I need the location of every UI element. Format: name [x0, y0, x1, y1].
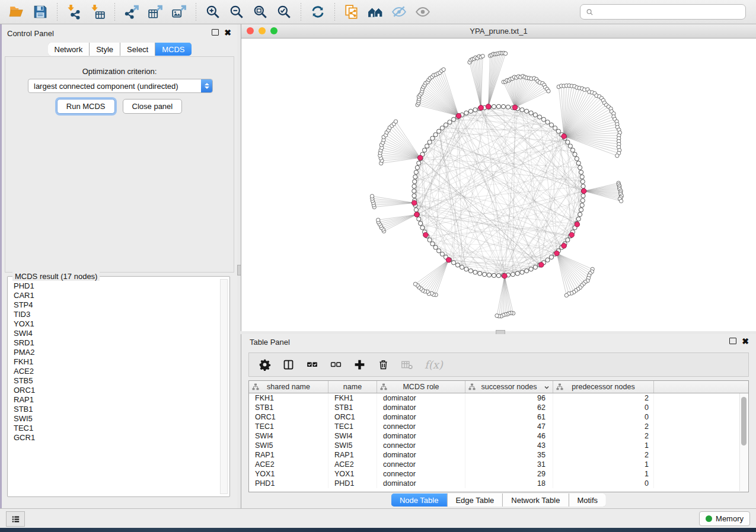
table-cell[interactable]: 1 [553, 441, 654, 450]
mcds-list-scrollbar[interactable] [220, 279, 228, 494]
table-cell[interactable]: 46 [465, 431, 553, 441]
table-cell[interactable]: PHD1 [328, 479, 377, 488]
delete-button[interactable] [377, 358, 390, 371]
open-session-button[interactable] [7, 2, 27, 21]
table-cell[interactable]: SWI5 [249, 441, 328, 450]
zoom-in-button[interactable] [203, 2, 223, 21]
sort-chevron-icon[interactable] [544, 384, 550, 390]
import-network-button[interactable] [64, 2, 84, 21]
table-cell[interactable]: 0 [553, 479, 654, 488]
table-cell[interactable]: SWI4 [249, 431, 328, 441]
tab-network-table[interactable]: Network Table [503, 493, 569, 507]
mcds-result-item[interactable]: GCR1 [14, 433, 220, 443]
refresh-layout-button[interactable] [308, 2, 328, 21]
table-cell[interactable]: dominator [377, 403, 465, 412]
export-table-button[interactable] [145, 2, 165, 21]
table-cell[interactable]: dominator [377, 393, 465, 403]
mcds-result-item[interactable]: CAR1 [14, 291, 220, 300]
column-header-successor-nodes[interactable]: successor nodes [465, 381, 553, 393]
mcds-result-item[interactable]: ORC1 [14, 386, 220, 395]
table-cell[interactable]: ORC1 [328, 412, 377, 422]
import-table-button[interactable] [88, 2, 108, 21]
table-cell[interactable]: connector [377, 441, 465, 450]
table-row[interactable]: ACE2ACE2connector311 [249, 460, 748, 469]
tab-motifs[interactable]: Motifs [569, 493, 606, 507]
mcds-result-item[interactable]: FKH1 [14, 357, 220, 367]
mcds-result-item[interactable]: TEC1 [14, 424, 220, 433]
task-history-button[interactable] [6, 511, 25, 527]
table-cell[interactable]: ORC1 [249, 412, 328, 422]
table-cell[interactable]: dominator [377, 412, 465, 422]
table-cell[interactable]: 35 [465, 450, 553, 460]
criterion-dropdown[interactable]: largest connected component (undirected) [28, 79, 213, 93]
mcds-result-item[interactable]: STB1 [14, 405, 220, 414]
mcds-result-item[interactable]: SRD1 [14, 338, 220, 348]
minimize-window-icon[interactable] [259, 27, 266, 34]
tab-edge-table[interactable]: Edge Table [447, 493, 503, 507]
tab-network[interactable]: Network [47, 43, 90, 56]
table-cell[interactable]: dominator [377, 431, 465, 441]
run-mcds-button[interactable]: Run MCDS [57, 99, 115, 114]
table-cell[interactable]: YOX1 [328, 469, 377, 479]
mcds-result-item[interactable]: STB5 [14, 376, 220, 386]
table-cell[interactable]: 31 [465, 460, 553, 469]
search-input[interactable] [594, 6, 745, 18]
table-cell[interactable]: 0 [553, 403, 654, 412]
table-cell[interactable]: RAP1 [328, 450, 377, 460]
zoom-out-button[interactable] [227, 2, 247, 21]
tab-node-table[interactable]: Node Table [391, 493, 448, 507]
table-row[interactable]: YOX1YOX1connector291 [249, 469, 748, 479]
close-table-panel-icon[interactable]: ✖ [742, 338, 749, 344]
table-cell[interactable]: TEC1 [249, 422, 328, 431]
mcds-result-item[interactable]: SWI5 [14, 414, 220, 424]
mcds-result-item[interactable]: PHD1 [14, 281, 220, 291]
table-cell[interactable]: SWI5 [328, 441, 377, 450]
tab-select[interactable]: Select [120, 43, 155, 56]
select-all-rows-button[interactable] [306, 358, 318, 371]
table-cell[interactable]: 47 [465, 422, 553, 431]
table-cell[interactable]: PHD1 [249, 479, 328, 488]
mcds-result-item[interactable]: STP4 [14, 300, 220, 310]
table-row[interactable]: RAP1RAP1dominator352 [249, 450, 748, 460]
table-row[interactable]: ORC1ORC1dominator610 [249, 412, 748, 422]
mcds-result-item[interactable]: TID3 [14, 310, 220, 319]
table-row[interactable]: SWI5SWI5connector431 [249, 441, 748, 450]
table-cell[interactable]: dominator [377, 479, 465, 488]
table-scrollbar[interactable] [739, 393, 748, 491]
table-cell[interactable]: 0 [553, 412, 654, 422]
table-row[interactable]: STB1STB1dominator620 [249, 403, 748, 412]
table-cell[interactable]: STB1 [249, 403, 328, 412]
close-window-icon[interactable] [247, 27, 254, 34]
mcds-result-item[interactable]: PMA2 [14, 348, 220, 357]
show-all-button[interactable] [413, 2, 433, 21]
table-row[interactable]: PHD1PHD1dominator180 [249, 479, 748, 488]
table-cell[interactable]: FKH1 [249, 393, 328, 403]
table-settings-button[interactable] [259, 358, 271, 371]
network-graph[interactable] [241, 39, 756, 332]
table-scrollbar-thumb[interactable] [741, 397, 747, 446]
zoom-fit-button[interactable] [250, 2, 270, 21]
column-header-shared-name[interactable]: shared name [249, 381, 328, 393]
deselect-all-rows-button[interactable] [330, 358, 342, 371]
table-cell[interactable]: 96 [465, 393, 553, 403]
close-panel-button[interactable]: Close panel [123, 99, 183, 114]
column-header-MCDS-role[interactable]: MCDS role [377, 381, 465, 393]
table-cell[interactable]: 2 [553, 450, 654, 460]
table-cell[interactable]: TEC1 [328, 422, 377, 431]
table-cell[interactable]: FKH1 [328, 393, 377, 403]
memory-button[interactable]: Memory [699, 511, 750, 526]
table-cell[interactable]: RAP1 [249, 450, 328, 460]
table-cell[interactable]: 1 [553, 469, 654, 479]
save-session-button[interactable] [30, 2, 50, 21]
table-cell[interactable]: 1 [553, 460, 654, 469]
table-row[interactable]: SWI4SWI4dominator462 [249, 431, 748, 441]
float-panel-icon[interactable] [212, 29, 219, 36]
search-field[interactable] [580, 4, 746, 20]
mcds-result-item[interactable]: SWI4 [14, 329, 220, 338]
first-neighbors-button[interactable] [365, 2, 385, 21]
table-cell[interactable]: connector [377, 460, 465, 469]
table-cell[interactable]: ACE2 [249, 460, 328, 469]
table-cell[interactable]: 61 [465, 412, 553, 422]
table-row[interactable]: TEC1TEC1connector472 [249, 422, 748, 431]
tab-mcds[interactable]: MCDS [155, 43, 191, 56]
